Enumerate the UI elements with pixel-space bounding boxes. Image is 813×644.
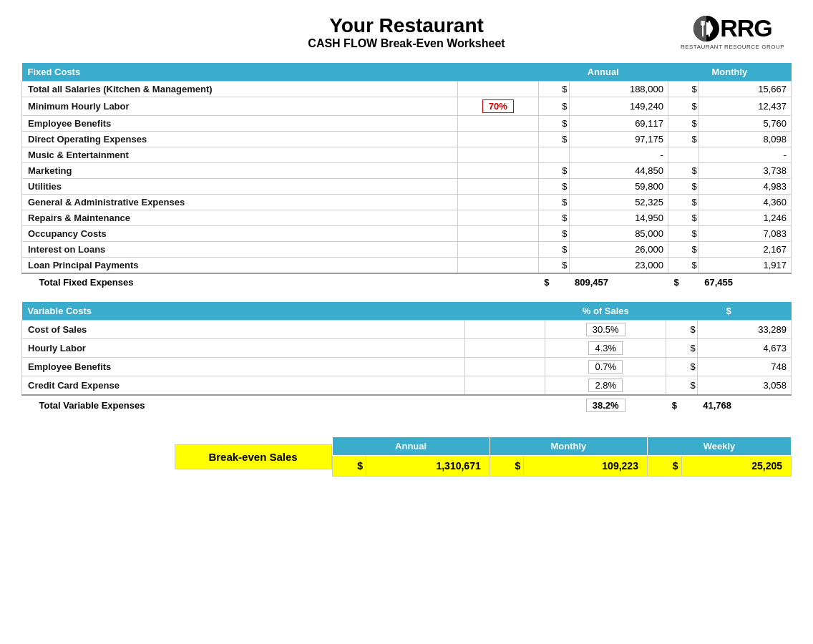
variable-cost-row: Cost of Sales30.5%$33,289 [22,321,792,339]
monthly-value: 4,983 [698,179,791,195]
variable-cost-row: Credit Card Expense2.8%$3,058 [22,376,792,396]
fixed-cost-badge-cell [458,258,539,274]
variable-spacer-cell [464,376,545,396]
fixed-annual-header: Annual [538,63,668,82]
annual-value: 85,000 [569,226,668,242]
fixed-cost-label: Music & Entertainment [22,147,458,163]
fixed-cost-label: Interest on Loans [22,242,458,258]
variable-costs-header: Variable Costs % of Sales $ [22,302,792,321]
fixed-cost-badge-cell [458,226,539,242]
fixed-cost-badge-cell [458,195,539,210]
annual-value: - [569,147,668,163]
monthly-dollar-sign: $ [668,179,698,195]
fixed-cost-label: Minimum Hourly Labor [22,97,458,116]
fixed-cost-badge-cell [458,179,539,195]
breakeven-weekly-ds: $ [647,456,681,477]
fixed-cost-row: Direct Operating Expenses$97,175$8,098 [22,132,792,147]
monthly-dollar-sign: $ [668,132,698,147]
fixed-cost-label: Direct Operating Expenses [22,132,458,147]
variable-pct-value: 30.5% [545,321,666,339]
annual-value: 23,000 [569,258,668,274]
variable-cost-label: Cost of Sales [22,321,465,339]
fixed-total-ds1: $ [538,273,569,291]
annual-dollar-sign: $ [538,82,569,97]
variable-costs-table: Variable Costs % of Sales $ Cost of Sale… [21,302,792,415]
variable-amount: 4,673 [697,339,791,358]
variable-amount: 748 [697,358,791,376]
annual-dollar-sign: $ [538,226,569,242]
fixed-cost-badge-cell [458,242,539,258]
annual-value: 59,800 [569,179,668,195]
fixed-cost-row: Employee Benefits$69,117$5,760 [22,116,792,132]
fixed-costs-spacer [458,63,539,82]
annual-value: 44,850 [569,163,668,179]
monthly-dollar-sign: $ [668,258,698,274]
fixed-total-spacer [458,273,539,291]
logo-icon [693,15,720,42]
annual-dollar-sign [538,147,569,163]
variable-cost-label: Credit Card Expense [22,376,465,396]
logo-rrg: RRG [720,14,772,42]
fixed-total-label: Total Fixed Expenses [22,273,458,291]
breakeven-label: Break-even Sales [175,444,332,469]
logo: RRG RESTAURANT RESOURCE GROUP [681,14,784,50]
annual-value: 188,000 [569,82,668,97]
fixed-total-row: Total Fixed Expenses $ 809,457 $ 67,455 [22,273,792,291]
fixed-total-annual: 809,457 [569,273,668,291]
monthly-value: 1,917 [698,258,791,274]
variable-total-row: Total Variable Expenses38.2%$41,768 [22,395,792,415]
annual-value: 97,175 [569,132,668,147]
fixed-costs-section: Fixed Costs Annual Monthly Total all Sal… [21,63,792,291]
fixed-costs-table: Fixed Costs Annual Monthly Total all Sal… [21,63,792,291]
breakeven-data-row: $ 1,310,671 $ 109,223 $ 25,205 [332,456,791,477]
annual-dollar-sign: $ [538,179,569,195]
monthly-value: - [698,147,791,163]
variable-total-pct-box: 38.2% [586,399,625,412]
fixed-cost-row: Interest on Loans$26,000$2,167 [22,242,792,258]
fixed-cost-label: Occupancy Costs [22,226,458,242]
variable-cost-row: Hourly Labor4.3%$4,673 [22,339,792,358]
annual-value: 52,325 [569,195,668,210]
breakeven-annual-val: 1,310,671 [366,456,490,477]
fixed-total-monthly: 67,455 [698,273,791,291]
variable-spacer-cell [464,339,545,358]
monthly-dollar-sign: $ [668,82,698,97]
monthly-value: 2,167 [698,242,791,258]
fixed-monthly-header: Monthly [668,63,791,82]
fixed-cost-badge-cell [458,132,539,147]
variable-amount: 3,058 [697,376,791,396]
monthly-dollar-sign: $ [668,242,698,258]
monthly-value: 1,246 [698,210,791,226]
variable-pct-box: 0.7% [588,360,623,374]
variable-costs-body: Cost of Sales30.5%$33,289Hourly Labor4.3… [22,321,792,416]
fixed-cost-badge-cell [458,147,539,163]
annual-value: 69,117 [569,116,668,132]
fixed-cost-row: Minimum Hourly Labor70%$149,240$12,437 [22,97,792,116]
fixed-cost-row: Utilities$59,800$4,983 [22,179,792,195]
fixed-costs-header: Fixed Costs Annual Monthly [22,63,792,82]
fixed-cost-row: Music & Entertainment-- [22,147,792,163]
variable-total-pct: 38.2% [545,395,666,415]
annual-dollar-sign: $ [538,97,569,116]
monthly-value: 12,437 [698,97,791,116]
variable-dollar-sign: $ [666,339,698,358]
fixed-cost-label: Repairs & Maintenance [22,210,458,226]
variable-pct-box: 4.3% [588,341,623,355]
variable-amount: 33,289 [697,321,791,339]
variable-spacer-cell [464,358,545,376]
monthly-value: 8,098 [698,132,791,147]
fixed-cost-label: Marketing [22,163,458,179]
variable-dollar-header: $ [666,302,792,321]
annual-value: 14,950 [569,210,668,226]
monthly-value: 15,667 [698,82,791,97]
page-title: Your Restaurant [21,14,792,37]
fixed-cost-label: Employee Benefits [22,116,458,132]
variable-cost-label: Hourly Labor [22,339,465,358]
fixed-costs-label: Fixed Costs [22,63,458,82]
pct-badge: 70% [482,99,514,113]
variable-costs-section: Variable Costs % of Sales $ Cost of Sale… [21,302,792,415]
monthly-dollar-sign: $ [668,226,698,242]
annual-dollar-sign: $ [538,132,569,147]
page-header: Your Restaurant CASH FLOW Break-Even Wor… [21,14,792,50]
variable-dollar-sign: $ [666,376,698,396]
